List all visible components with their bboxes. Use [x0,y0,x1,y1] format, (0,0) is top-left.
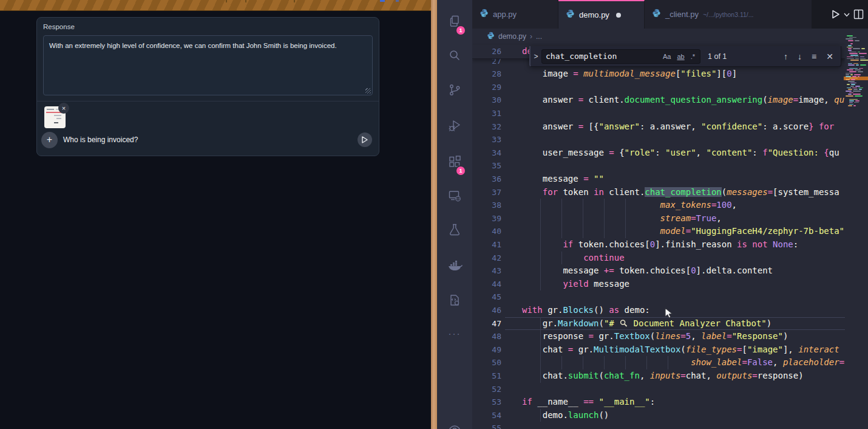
topbar-tick [294,0,295,2]
run-dropdown-chevron-icon[interactable] [844,13,850,17]
magnifier-emoji-icon [619,318,628,328]
chat-input-row: + Who is being invoiced? [37,132,379,157]
line-number: 35 [472,159,501,173]
code-line-46: 46with gr.Blocks() as demo: [472,304,845,317]
line-number: 30 [472,94,501,107]
more-views-icon[interactable]: ··· [437,328,472,338]
code-line-34: 34 user_message = {"role": "user", "cont… [472,146,845,160]
find-input[interactable] [544,51,659,61]
minimap[interactable] [845,34,868,108]
line-number: 52 [472,383,501,396]
find-close-button[interactable]: ✕ [826,52,833,61]
activity-bar: 1 [437,0,472,429]
code-line-44: 44 yield message [472,278,845,291]
code-line-43: 43 message += token.choices[0].delta.con… [472,264,845,278]
line-number: 31 [472,107,501,120]
find-previous-button[interactable]: ↑ [784,52,788,61]
line-number: 28 [472,67,501,81]
tab-label: app.py [493,10,517,19]
topbar-blue-mark [380,0,385,2]
tab-_client-py[interactable]: _client.py~/.../python3.11/... [645,0,812,29]
line-number: 55 [472,422,501,429]
line-number: 33 [472,133,501,146]
line-number: 42 [472,252,501,265]
toggle-replace-chevron-icon[interactable]: > [531,52,541,61]
line-number: 40 [472,225,501,238]
code-line-37: 37 for token in client.chat_completion(m… [472,186,845,199]
sidebar-item-explorer[interactable]: 1 [437,7,472,36]
code-line-47: 47 gr.Markdown("# Document Analyzer Chat… [472,317,845,331]
find-in-selection-button[interactable]: ≡ [812,52,816,61]
code-line-38: 38 max_tokens=100, [472,199,845,212]
find-results-count: 1 of 1 [708,52,727,61]
breadcrumb[interactable]: demo.py › ... [472,29,845,44]
docker-whale-icon [447,258,463,273]
tab-label: demo.py [579,10,609,19]
screenshot-root: Response With an extremely high level of… [0,0,868,429]
line-number: 49 [472,343,501,357]
line-number: 46 [472,304,501,317]
split-editor-button-icon[interactable] [853,9,864,19]
line-number: 54 [472,409,501,422]
code-line-33: 33 [472,133,845,146]
sidebar-item-extensions[interactable]: 1 [437,147,472,176]
add-file-button[interactable]: + [41,132,58,148]
find-next-button[interactable]: ↓ [798,52,802,61]
vscode-pane: 2728 image = multimodal_message["files"]… [437,0,868,429]
line-number: 50 [472,356,501,369]
regex-toggle[interactable]: .* [688,52,697,61]
breadcrumb-ellipsis[interactable]: ... [536,32,542,41]
modified-dot-icon[interactable] [616,13,621,18]
python-file-icon [566,9,575,21]
response-label: Response [43,23,75,30]
beaker-icon [447,222,462,237]
remove-attachment-button[interactable]: × [58,103,69,114]
chat-input[interactable]: Who is being invoiced? [63,136,138,144]
send-button[interactable] [358,132,372,147]
code-line-53: 53if __name__ == "__main__": [472,396,845,409]
explorer-badge: 1 [456,26,465,35]
find-input-box: Aa ab .* [541,49,700,64]
line-number: 53 [472,396,501,409]
code-line-41: 41 if token.choices[0].finish_reason is … [472,238,845,252]
line-number: 39 [472,212,501,225]
breadcrumb-separator: › [530,32,532,41]
line-number: 26 [472,45,501,58]
code-line-29: 29 [472,81,845,94]
sidebar-item-code-tools[interactable] [437,286,472,315]
line-number: 51 [472,369,501,383]
response-textarea[interactable]: With an extremely high level of confiden… [43,35,373,95]
code-line-32: 32 answer = [{"answer": a.answer, "confi… [472,120,845,134]
search-icon [447,48,462,63]
python-file-icon [652,9,661,20]
line-number: 38 [472,199,501,212]
sidebar-item-source-control[interactable] [437,75,472,105]
sidebar-item-docker[interactable] [437,251,472,280]
sidebar-item-remote-explorer[interactable] [437,181,472,210]
sidebar-item-search[interactable] [437,41,472,70]
python-file-icon [487,31,495,42]
code-line-40: 40 model="HuggingFaceH4/zephyr-7b-beta" [472,225,845,238]
tab-app-py[interactable]: app.py [472,0,558,29]
code-line-30: 30 answer = client.document_question_ans… [472,94,845,107]
line-number: 45 [472,290,501,304]
code-line-36: 36 message = "" [472,173,845,186]
match-case-toggle[interactable]: Aa [660,52,673,61]
git-branch-icon [447,83,462,97]
breadcrumb-file[interactable]: demo.py [498,32,526,41]
sidebar-item-testing[interactable] [437,215,472,244]
resize-handle-icon[interactable] [365,88,371,94]
send-icon [361,136,369,144]
find-widget: > Aa ab .* 1 of 1 ↑ ↓ ≡ ✕ [529,46,841,67]
sidebar-item-run-debug[interactable] [437,111,472,140]
account-icon[interactable] [437,417,472,429]
line-number: 36 [472,173,501,186]
tab-demo-py[interactable]: demo.py [558,0,645,29]
whole-word-toggle[interactable]: ab [674,52,687,61]
remote-monitor-icon [447,188,462,203]
run-button-icon[interactable] [830,9,841,19]
line-number: 43 [472,264,501,278]
browser-theme-strip [0,0,431,11]
window-divider[interactable] [431,0,437,429]
python-file-icon [480,9,489,20]
